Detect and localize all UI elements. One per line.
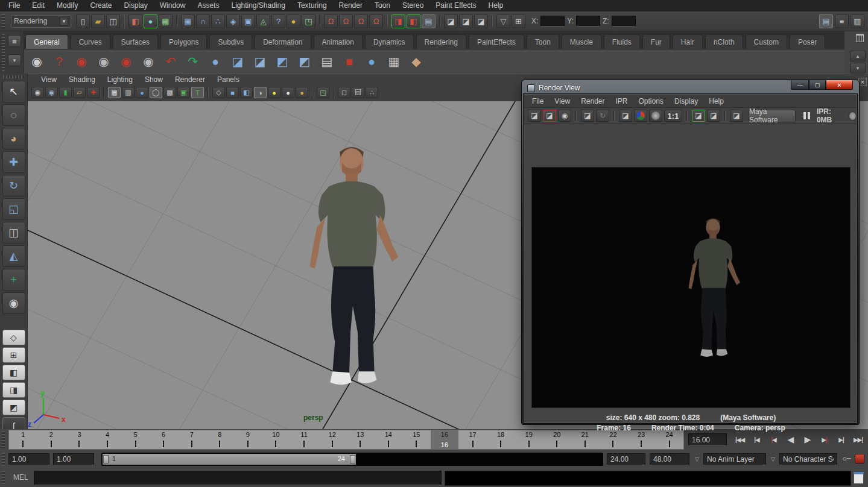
ipr-render-icon[interactable]: ◪ bbox=[459, 14, 473, 28]
snap-together-icon[interactable]: Ω bbox=[324, 14, 338, 28]
shelf-tab-fluids[interactable]: Fluids bbox=[604, 34, 640, 49]
hypershade-persp-layout-icon[interactable]: ◨ bbox=[2, 382, 25, 398]
isolate-select-icon[interactable]: ◳ bbox=[317, 87, 329, 98]
safe-action-icon[interactable]: ▣ bbox=[177, 87, 190, 98]
toolbox-grip[interactable] bbox=[3, 75, 24, 78]
shelf-scroll-down-button[interactable]: ▼ bbox=[850, 63, 866, 74]
gate-mask-icon[interactable]: ◯ bbox=[150, 87, 162, 98]
shelf-tab-menu-button[interactable]: ▼ bbox=[8, 54, 21, 66]
paint-selection-tool-icon[interactable]: ◕ bbox=[2, 128, 25, 149]
menu-assets[interactable]: Assets bbox=[191, 0, 225, 11]
viewport-menu-show[interactable]: Show bbox=[139, 75, 169, 84]
viewport-menu-lighting[interactable]: Lighting bbox=[101, 75, 139, 84]
script-editor-icon[interactable] bbox=[854, 472, 864, 484]
camera-orbit-icon[interactable]: ◉ bbox=[71, 51, 92, 72]
menu-toon[interactable]: Toon bbox=[369, 0, 396, 11]
selection-lock-icon[interactable]: ● bbox=[287, 14, 300, 28]
command-grip[interactable] bbox=[2, 471, 5, 485]
resolution-gate-icon[interactable]: ● bbox=[136, 87, 148, 98]
ipr-render-icon[interactable]: ◪ bbox=[581, 110, 594, 122]
absolute-coords-icon[interactable]: ⊞ bbox=[512, 14, 525, 28]
shelf-scroll-up-button[interactable]: ▲ bbox=[850, 51, 866, 61]
maximize-button[interactable]: ▢ bbox=[809, 80, 826, 90]
render-view-menu-ipr[interactable]: IPR bbox=[610, 97, 633, 105]
input-connections-icon[interactable]: ◨ bbox=[391, 14, 405, 28]
frame-10[interactable]: 10 bbox=[262, 430, 290, 449]
rgb-channels-icon[interactable] bbox=[634, 110, 647, 122]
frame-9[interactable]: 9 bbox=[234, 430, 262, 449]
attribute-editor-toggle-icon[interactable]: ▥ bbox=[851, 14, 864, 28]
shelf-tab-surfaces[interactable]: Surfaces bbox=[113, 34, 158, 49]
frame-13[interactable]: 13 bbox=[346, 430, 375, 449]
frame-1[interactable]: 1 bbox=[9, 430, 37, 449]
graph-persp-layout-icon[interactable]: ◩ bbox=[2, 400, 25, 415]
shelf-tab-ncloth[interactable]: nCloth bbox=[705, 34, 743, 49]
render-current-frame-icon[interactable]: ◪ bbox=[543, 110, 556, 122]
output-connections-icon[interactable]: ◧ bbox=[407, 14, 420, 28]
character-model[interactable] bbox=[310, 147, 399, 385]
chevron-down-icon[interactable]: ▽ bbox=[695, 456, 699, 462]
minimize-button[interactable]: — bbox=[791, 80, 809, 90]
chevron-down-icon[interactable]: ▽ bbox=[771, 456, 775, 462]
menu-render[interactable]: Render bbox=[333, 0, 369, 11]
range-start-handle[interactable] bbox=[103, 455, 109, 463]
show-manipulator-icon[interactable]: + bbox=[2, 269, 25, 291]
close-button[interactable]: × bbox=[826, 80, 853, 90]
channel-box-toggle-icon[interactable]: ▤ bbox=[819, 14, 833, 28]
play-backwards-button[interactable]: ◀ bbox=[782, 432, 799, 447]
x-coordinate-input[interactable] bbox=[540, 16, 565, 27]
render-view-menu-render[interactable]: Render bbox=[575, 97, 610, 105]
menu-texturing[interactable]: Texturing bbox=[291, 0, 333, 11]
delete-unused-icon[interactable]: ● bbox=[205, 51, 226, 72]
go-to-end-button[interactable]: ▶▶| bbox=[850, 432, 866, 447]
frame-14[interactable]: 14 bbox=[375, 430, 403, 449]
make-live-icon[interactable]: ◬ bbox=[256, 14, 270, 28]
flat-light-icon[interactable]: ● bbox=[282, 87, 294, 98]
shelf-tab-toon[interactable]: Toon bbox=[527, 34, 559, 49]
parent-icon[interactable]: ◩ bbox=[272, 51, 293, 72]
xray-icon[interactable]: ◻ bbox=[338, 87, 350, 98]
menu-set-selector[interactable]: Rendering ▼ bbox=[11, 15, 71, 28]
help-question-icon[interactable]: ? bbox=[49, 51, 69, 72]
frame-18[interactable]: 18 bbox=[487, 430, 515, 449]
viewport-menu-view[interactable]: View bbox=[35, 75, 63, 84]
snap-point-icon[interactable]: ∴ bbox=[211, 14, 225, 28]
snap-grid-icon[interactable]: ▦ bbox=[181, 14, 195, 28]
lasso-tool-icon[interactable]: ◌ bbox=[2, 104, 25, 126]
scale-tool-icon[interactable]: ◱ bbox=[2, 198, 25, 220]
timeline-grip[interactable] bbox=[2, 431, 5, 448]
alpha-channel-icon[interactable] bbox=[649, 110, 662, 122]
trash-icon[interactable] bbox=[856, 34, 864, 42]
frame-11[interactable]: 11 bbox=[290, 430, 318, 449]
open-render-settings-icon[interactable]: ◪ bbox=[692, 110, 705, 122]
menu-window[interactable]: Window bbox=[154, 0, 192, 11]
snap-align-icon[interactable]: Ω bbox=[339, 14, 353, 28]
select-component-mode-icon[interactable]: ▦ bbox=[159, 14, 173, 28]
frame-5[interactable]: 5 bbox=[121, 430, 150, 449]
safe-title-icon[interactable]: T bbox=[191, 87, 204, 98]
step-forward-frame-button[interactable]: ▶| bbox=[816, 432, 832, 447]
wireframe-display-icon[interactable]: ◇ bbox=[212, 87, 225, 98]
shaded-display-icon[interactable]: ■ bbox=[226, 87, 239, 98]
construction-history-icon[interactable]: ▤ bbox=[422, 14, 436, 28]
shelf-tab-animation[interactable]: Animation bbox=[314, 34, 363, 49]
playback-start-field[interactable] bbox=[53, 453, 94, 465]
undo-icon[interactable]: ↶ bbox=[160, 51, 181, 72]
shelf-tab-painteffects[interactable]: PaintEffects bbox=[469, 34, 524, 49]
character-set-selector[interactable] bbox=[779, 453, 837, 465]
frame-4[interactable]: 4 bbox=[93, 430, 122, 449]
shelf-tab-subdivs[interactable]: Subdivs bbox=[209, 34, 252, 49]
frame-2[interactable]: 2 bbox=[37, 430, 66, 449]
range-end-handle[interactable] bbox=[350, 455, 355, 463]
pick-object-icon[interactable]: ■ bbox=[339, 51, 360, 72]
pause-ipr-icon[interactable] bbox=[803, 112, 810, 119]
render-view-menu-options[interactable]: Options bbox=[633, 97, 669, 105]
rotate-tool-icon[interactable]: ↻ bbox=[2, 175, 25, 196]
camera-select-icon[interactable]: ◉ bbox=[31, 87, 44, 98]
group-icon[interactable]: ◪ bbox=[227, 51, 248, 72]
pick-component-icon[interactable]: ● bbox=[361, 51, 382, 72]
menu-paint-effects[interactable]: Paint Effects bbox=[429, 0, 482, 11]
move-tool-icon[interactable]: ✚ bbox=[2, 151, 25, 173]
region-render-icon[interactable]: ◪ bbox=[619, 110, 632, 122]
soft-modification-icon[interactable]: ◭ bbox=[2, 245, 25, 267]
